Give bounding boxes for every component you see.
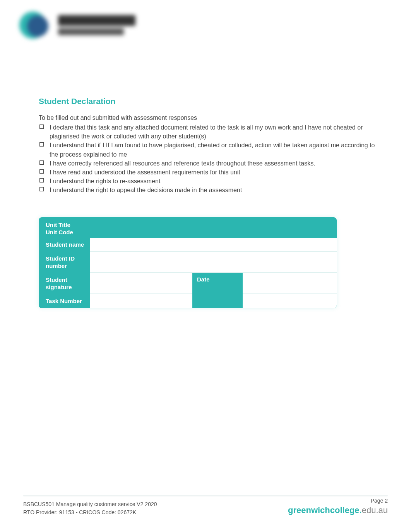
- declaration-text: I have read and understood the assessmen…: [50, 169, 240, 176]
- footer-right: Page 2 greenwichcollege.edu.au: [288, 497, 388, 517]
- declaration-item: I have correctly referenced all resource…: [39, 159, 384, 168]
- label-unit-title-code: Unit Title Unit Code: [39, 217, 337, 238]
- declaration-item: I declare that this task and any attache…: [39, 123, 384, 141]
- footer-website: greenwichcollege.edu.au: [288, 505, 388, 517]
- spacer-cell: [192, 294, 243, 308]
- page-number: Page 2: [288, 497, 388, 505]
- footer-provider-info: RTO Provider: 91153 - CRICOS Code: 02672…: [23, 508, 157, 517]
- label-unit-code: Unit Code: [46, 229, 73, 235]
- declaration-text: I have correctly referenced all resource…: [50, 160, 315, 167]
- declaration-text: I understand the rights to re-assessment: [50, 178, 160, 184]
- label-student-name: Student name: [39, 238, 90, 252]
- label-date: Date: [192, 273, 243, 294]
- field-student-signature[interactable]: [90, 273, 192, 294]
- label-task-number: Task Number: [39, 294, 90, 308]
- label-student-id: Student ID number: [39, 252, 90, 273]
- field-student-id[interactable]: [90, 252, 337, 273]
- label-unit-title: Unit Title: [46, 222, 70, 228]
- declaration-list: I declare that this task and any attache…: [39, 123, 384, 195]
- footer-divider: [23, 495, 388, 496]
- declaration-text: I understand that if I If I am found to …: [50, 142, 375, 157]
- row-unit: Unit Title Unit Code: [39, 217, 337, 238]
- declaration-item: I have read and understood the assessmen…: [39, 168, 384, 177]
- declaration-form: Unit Title Unit Code Student name Studen…: [39, 217, 337, 308]
- section-heading: Student Declaration: [39, 97, 384, 106]
- document-page: Student Declaration To be filled out and…: [0, 0, 411, 532]
- logo-text: [58, 15, 135, 35]
- row-student-id: Student ID number: [39, 252, 337, 273]
- field-task-number-2[interactable]: [243, 294, 337, 308]
- site-rest: edu.au: [362, 505, 388, 515]
- declaration-text: I declare that this task and any attache…: [50, 124, 363, 140]
- declaration-text: I understand the right to appeal the dec…: [50, 187, 242, 193]
- footer-left: BSBCUS501 Manage quality customer servic…: [23, 500, 157, 517]
- main-content: Student Declaration To be filled out and…: [39, 97, 384, 308]
- footer-course-info: BSBCUS501 Manage quality customer servic…: [23, 500, 157, 508]
- row-signature-date: Student signature Date: [39, 273, 337, 294]
- header-logo: [15, 4, 155, 46]
- declaration-item: I understand the right to appeal the dec…: [39, 186, 384, 194]
- row-student-name: Student name: [39, 238, 337, 252]
- intro-text: To be filled out and submitted with asse…: [39, 114, 384, 121]
- logo-mark-icon: [15, 8, 54, 43]
- field-task-number[interactable]: [90, 294, 192, 308]
- field-student-name[interactable]: [90, 238, 337, 252]
- declaration-item: I understand that if I If I am found to …: [39, 141, 384, 159]
- field-date[interactable]: [243, 273, 337, 294]
- page-footer: BSBCUS501 Manage quality customer servic…: [23, 497, 388, 517]
- row-task-number: Task Number: [39, 294, 337, 308]
- label-student-signature: Student signature: [39, 273, 90, 294]
- declaration-item: I understand the rights to re-assessment: [39, 177, 384, 186]
- site-bold: greenwichcollege.: [288, 505, 362, 515]
